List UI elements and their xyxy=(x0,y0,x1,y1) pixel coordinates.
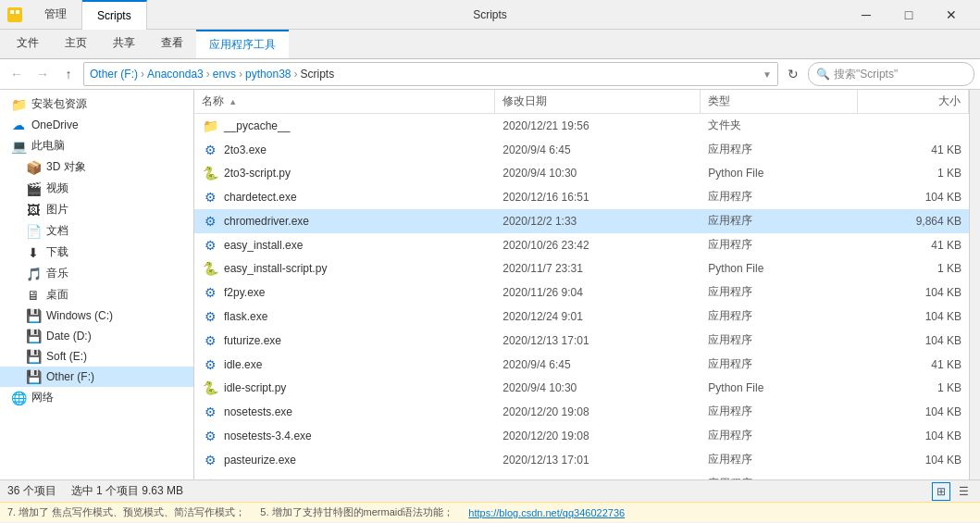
sidebar-item-video[interactable]: 🎬 视频 xyxy=(0,178,193,199)
col-header-type[interactable]: 类型 xyxy=(701,90,859,113)
table-row[interactable]: ⚙ nosetests.exe 2020/12/20 19:08 应用程序 10… xyxy=(194,400,969,424)
bottom-link[interactable]: https://blog.csdn.net/qq346022736 xyxy=(468,507,625,518)
table-row[interactable]: 🐍 easy_install-script.py 2020/11/7 23:31… xyxy=(194,257,969,280)
sidebar-item-onedrive[interactable]: ☁ OneDrive xyxy=(0,115,193,135)
sidebar-item-pictures[interactable]: 🖼 图片 xyxy=(0,199,193,220)
ribbon-tab-app-tools[interactable]: 应用程序工具 xyxy=(196,30,289,58)
drive-d-icon: 💾 xyxy=(26,329,41,343)
forward-button[interactable]: → xyxy=(31,63,54,85)
file-type: 应用程序 xyxy=(701,474,859,479)
maximize-button[interactable]: □ xyxy=(887,0,930,30)
exe-icon: ⚙ xyxy=(202,333,218,348)
exe-icon: ⚙ xyxy=(202,405,218,419)
table-row[interactable]: ⚙ flask.exe 2020/12/24 9:01 应用程序 104 KB xyxy=(194,305,969,329)
table-row[interactable]: ⚙ chardetect.exe 2020/12/16 16:51 应用程序 1… xyxy=(194,185,969,209)
ribbon-tab-share[interactable]: 共享 xyxy=(100,30,148,58)
col-header-date[interactable]: 修改日期 xyxy=(495,90,701,113)
breadcrumb-envs[interactable]: envs xyxy=(213,68,236,81)
file-date: 2020/11/7 23:31 xyxy=(495,260,701,277)
sort-arrow-name: ▲ xyxy=(229,97,237,106)
table-row[interactable]: ⚙ pip.exe 2020/10/26 23:42 应用程序 41 KB xyxy=(194,472,969,479)
sidebar-item-music[interactable]: 🎵 音乐 xyxy=(0,263,193,284)
table-row[interactable]: ⚙ f2py.exe 2020/11/26 9:04 应用程序 104 KB xyxy=(194,280,969,305)
table-row[interactable]: ⚙ easy_install.exe 2020/10/26 23:42 应用程序… xyxy=(194,233,969,257)
ribbon-tab-home[interactable]: 主页 xyxy=(52,30,100,58)
sidebar-label: 网络 xyxy=(31,390,54,405)
file-name: 📁 __pycache__ xyxy=(194,117,495,135)
sidebar-label: Windows (C:) xyxy=(46,309,113,322)
breadcrumb-other[interactable]: Other (F:) xyxy=(90,68,138,81)
table-row[interactable]: ⚙ futurize.exe 2020/12/13 17:01 应用程序 104… xyxy=(194,329,969,353)
file-date: 2020/10/26 23:42 xyxy=(495,237,701,254)
sidebar-item-downloads[interactable]: ⬇ 下载 xyxy=(0,242,193,263)
up-button[interactable]: ↑ xyxy=(57,63,80,85)
sidebar-item-drive-d[interactable]: 💾 Date (D:) xyxy=(0,326,193,346)
sidebar-label: Other (F:) xyxy=(46,370,94,383)
sidebar-item-install[interactable]: 📁 安装包资源 xyxy=(0,93,193,115)
file-list-area: 名称 ▲ 修改日期 类型 大小 📁 __pycache__ 2020/12/2 xyxy=(194,90,969,479)
file-list-scroll[interactable]: 名称 ▲ 修改日期 类型 大小 📁 __pycache__ 2020/12/2 xyxy=(194,90,969,479)
list-view-button[interactable]: ☰ xyxy=(954,482,973,501)
breadcrumb-anaconda[interactable]: Anaconda3 xyxy=(147,68,204,81)
table-row[interactable]: 🐍 2to3-script.py 2020/9/4 10:30 Python F… xyxy=(194,162,969,185)
search-placeholder: 搜索"Scripts" xyxy=(834,67,898,82)
table-row[interactable]: ⚙ idle.exe 2020/9/4 6:45 应用程序 41 KB xyxy=(194,353,969,377)
tab-management[interactable]: 管理 xyxy=(30,0,82,30)
exe-icon: ⚙ xyxy=(202,453,218,467)
selected-info: 选中 1 个项目 9.63 MB xyxy=(71,483,183,499)
file-name: ⚙ nosetests-3.4.exe xyxy=(194,427,495,445)
file-size: 104 KB xyxy=(859,452,969,468)
file-name: ⚙ f2py.exe xyxy=(194,283,495,302)
file-name: ⚙ chardetect.exe xyxy=(194,188,495,206)
breadcrumb-python38[interactable]: python38 xyxy=(245,68,291,81)
folder-icon: 📁 xyxy=(202,118,218,133)
folder-icon: 📁 xyxy=(11,97,26,112)
file-type: Python File xyxy=(701,165,859,181)
col-header-size[interactable]: 大小 xyxy=(858,90,969,113)
close-button[interactable]: ✕ xyxy=(930,0,973,30)
sidebar-item-thispc[interactable]: 💻 此电脑 xyxy=(0,135,193,156)
sidebar-label: 音乐 xyxy=(46,266,68,281)
sidebar-item-desktop[interactable]: 🖥 桌面 xyxy=(0,284,193,305)
file-size: 41 KB xyxy=(859,142,969,158)
downloads-icon: ⬇ xyxy=(26,245,41,260)
address-box[interactable]: Other (F:) › Anaconda3 › envs › python38… xyxy=(83,62,778,86)
ribbon-tab-file[interactable]: 文件 xyxy=(4,30,52,58)
network-icon: 🌐 xyxy=(11,391,26,405)
py-icon: 🐍 xyxy=(202,261,218,276)
table-row[interactable]: ⚙ nosetests-3.4.exe 2020/12/20 19:08 应用程… xyxy=(194,424,969,448)
file-name: ⚙ pasteurize.exe xyxy=(194,451,495,469)
file-name: ⚙ chromedriver.exe xyxy=(194,212,495,230)
table-row[interactable]: ⚙ pasteurize.exe 2020/12/13 17:01 应用程序 1… xyxy=(194,448,969,472)
bottom-bar: 7. 增加了 焦点写作模式、预览模式、简洁写作模式； 5. 增加了支持甘特图的m… xyxy=(0,502,980,522)
grid-view-button[interactable]: ⊞ xyxy=(932,482,950,501)
file-name: 🐍 2to3-script.py xyxy=(194,164,495,182)
col-header-name[interactable]: 名称 ▲ xyxy=(194,90,495,113)
file-name: ⚙ easy_install.exe xyxy=(194,236,495,255)
search-box[interactable]: 🔍 搜索"Scripts" xyxy=(808,62,974,86)
table-row[interactable]: 🐍 idle-script.py 2020/9/4 10:30 Python F… xyxy=(194,377,969,400)
ribbon-tab-view[interactable]: 查看 xyxy=(148,30,196,58)
table-row[interactable]: ⚙ chromedriver.exe 2020/12/2 1:33 应用程序 9… xyxy=(194,209,969,233)
sidebar-item-drive-e[interactable]: 💾 Soft (E:) xyxy=(0,346,193,367)
tab-scripts[interactable]: Scripts xyxy=(82,0,147,30)
pictures-icon: 🖼 xyxy=(26,203,41,218)
sidebar-label: 此电脑 xyxy=(31,138,65,154)
refresh-button[interactable]: ↻ xyxy=(782,63,804,85)
file-date: 2020/12/20 19:08 xyxy=(495,404,701,420)
sidebar-item-3dobjects[interactable]: 📦 3D 对象 xyxy=(0,156,193,178)
file-date: 2020/12/20 19:08 xyxy=(495,428,701,444)
table-row[interactable]: 📁 __pycache__ 2020/12/21 19:56 文件夹 xyxy=(194,114,969,138)
back-button[interactable]: ← xyxy=(6,63,28,85)
table-row[interactable]: ⚙ 2to3.exe 2020/9/4 6:45 应用程序 41 KB xyxy=(194,138,969,162)
right-scrollbar[interactable] xyxy=(969,90,980,479)
sidebar-item-drive-c[interactable]: 💾 Windows (C:) xyxy=(0,305,193,326)
file-type: Python File xyxy=(701,260,859,277)
sidebar-item-documents[interactable]: 📄 文档 xyxy=(0,220,193,242)
sidebar-item-network[interactable]: 🌐 网络 xyxy=(0,387,193,408)
sidebar-item-drive-f[interactable]: 💾 Other (F:) xyxy=(0,367,193,387)
file-type: 应用程序 xyxy=(701,306,859,326)
minimize-button[interactable]: ─ xyxy=(845,0,887,30)
exe-icon: ⚙ xyxy=(202,143,218,157)
address-dropdown-icon[interactable]: ▼ xyxy=(763,69,772,80)
